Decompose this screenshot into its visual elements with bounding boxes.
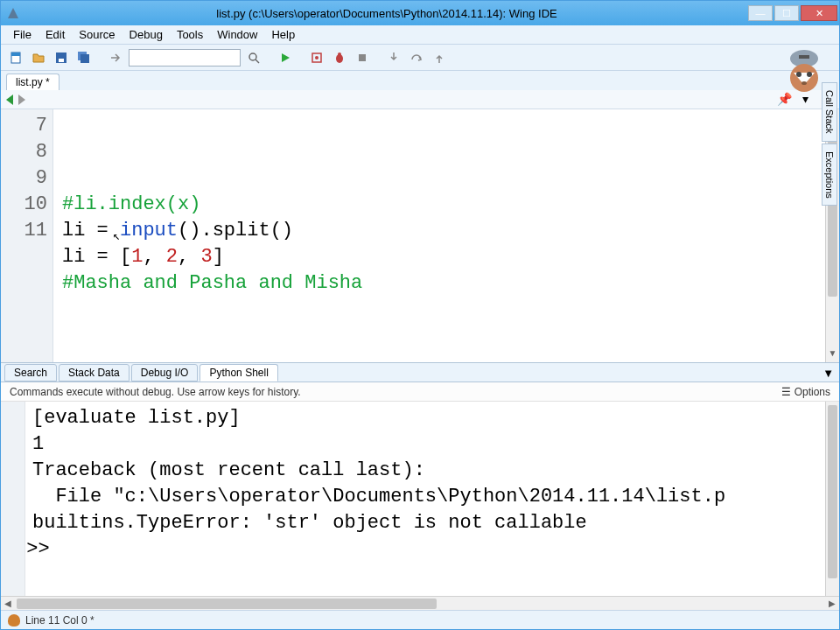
main-window: list.py (c:\Users\operator\Documents\Pyt… <box>0 0 840 630</box>
side-tab-call-stack[interactable]: Call Stack <box>822 82 837 142</box>
toolbar-search-input[interactable] <box>129 49 241 66</box>
panel-tab-bar: Search Stack Data Debug I/O Python Shell… <box>1 363 839 382</box>
minimize-button[interactable]: — <box>748 5 773 21</box>
python-shell: [evaluate list.py]1Traceback (most recen… <box>1 402 839 596</box>
menu-window[interactable]: Window <box>210 26 264 43</box>
svg-rect-1 <box>11 52 20 56</box>
line-number: 10 <box>1 192 47 218</box>
bug-icon <box>8 614 20 626</box>
stop-button[interactable] <box>353 48 372 67</box>
line-number: 7 <box>1 113 47 139</box>
app-icon <box>6 6 20 20</box>
svg-point-16 <box>796 72 802 77</box>
shell-options-link[interactable]: Options <box>794 386 830 398</box>
file-tab-bar: list.py * <box>1 71 839 90</box>
svg-rect-14 <box>799 55 809 59</box>
step-over-button[interactable] <box>407 48 426 67</box>
scrollbar-thumb[interactable] <box>828 405 837 578</box>
side-tab-exceptions[interactable]: Exceptions <box>822 144 837 206</box>
cursor-position: Line 11 Col 0 * <box>25 614 94 626</box>
save-all-button[interactable] <box>74 48 94 67</box>
line-number: 8 <box>1 139 47 165</box>
goto-button[interactable] <box>106 48 125 67</box>
svg-point-9 <box>315 56 318 60</box>
svg-point-18 <box>802 81 807 85</box>
menu-tools[interactable]: Tools <box>170 26 210 43</box>
svg-rect-12 <box>359 54 366 61</box>
window-title: list.py (c:\Users\operator\Documents\Pyt… <box>25 7 748 20</box>
svg-line-7 <box>256 60 259 63</box>
debug-button[interactable] <box>307 48 326 67</box>
code-area[interactable]: ↖ #li.index(x)li = input().split()li = [… <box>53 109 839 362</box>
scroll-down-icon[interactable]: ▼ <box>826 348 839 362</box>
shell-options-icon[interactable]: ☰ <box>781 386 791 398</box>
shell-info-bar: Commands execute without debug. Use arro… <box>1 382 839 402</box>
file-tab[interactable]: list.py * <box>6 74 60 90</box>
shell-h-scrollbar[interactable]: ◀ ▶ <box>1 596 839 610</box>
svg-point-17 <box>807 72 812 77</box>
line-gutter: 7 8 9 10 11 <box>1 109 53 362</box>
shell-scrollbar[interactable] <box>825 402 839 596</box>
menubar: File Edit Source Debug Tools Window Help <box>1 25 839 45</box>
svg-rect-5 <box>80 54 89 63</box>
titlebar: list.py (c:\Users\operator\Documents\Pyt… <box>1 1 839 25</box>
scrollbar-thumb[interactable] <box>17 598 437 609</box>
nav-forward-button[interactable] <box>18 94 25 105</box>
shell-info-text: Commands execute without debug. Use arro… <box>10 386 301 398</box>
menu-debug[interactable]: Debug <box>122 26 170 43</box>
tab-stack-data[interactable]: Stack Data <box>59 364 130 382</box>
tab-debug-io[interactable]: Debug I/O <box>131 364 199 382</box>
editor: 7 8 9 10 11 ↖ #li.index(x)li = input().s… <box>1 109 839 363</box>
menu-file[interactable]: File <box>6 26 38 43</box>
search-button[interactable] <box>244 48 263 67</box>
maximize-button[interactable]: ☐ <box>774 5 799 21</box>
menu-edit[interactable]: Edit <box>38 26 72 43</box>
nav-back-button[interactable] <box>6 94 13 105</box>
statusbar: Line 11 Col 0 * <box>1 610 839 629</box>
menu-source[interactable]: Source <box>72 26 122 43</box>
step-out-button[interactable] <box>430 48 449 67</box>
new-file-button[interactable] <box>6 48 25 67</box>
scroll-right-icon[interactable]: ▶ <box>825 597 839 611</box>
toolbar <box>1 45 839 71</box>
svg-point-11 <box>338 52 341 56</box>
panel-menu-button[interactable]: ▼ <box>822 367 834 380</box>
step-into-button[interactable] <box>384 48 403 67</box>
open-file-button[interactable] <box>29 48 48 67</box>
scroll-left-icon[interactable]: ◀ <box>1 597 15 611</box>
svg-point-6 <box>249 53 256 60</box>
menu-help[interactable]: Help <box>264 26 302 43</box>
line-number: 9 <box>1 165 47 192</box>
save-button[interactable] <box>52 48 71 67</box>
mouse-cursor-icon: ↖ <box>113 223 123 239</box>
line-number: 11 <box>1 218 47 244</box>
tab-python-shell[interactable]: Python Shell <box>200 364 277 382</box>
shell-output[interactable]: [evaluate list.py]1Traceback (most recen… <box>25 402 839 596</box>
tab-search[interactable]: Search <box>4 364 57 382</box>
run-button[interactable] <box>276 48 295 67</box>
shell-gutter <box>1 402 25 596</box>
close-window-button[interactable]: ✕ <box>801 5 837 21</box>
svg-rect-3 <box>59 59 64 62</box>
debug-bug-button[interactable] <box>330 48 349 67</box>
side-tabs: Call Stack Exceptions <box>822 82 839 207</box>
editor-nav-row: 📌 ▾ ✖ <box>1 90 839 109</box>
